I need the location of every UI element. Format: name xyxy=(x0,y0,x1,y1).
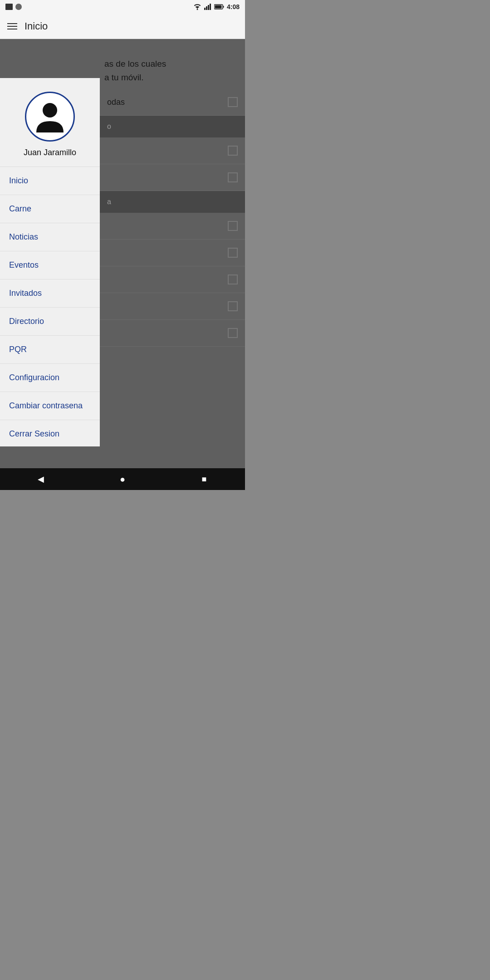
svg-rect-2 xyxy=(206,6,207,10)
nav-item-pqr[interactable]: PQR xyxy=(0,336,100,364)
hamburger-menu-icon[interactable] xyxy=(7,23,17,29)
home-button[interactable]: ● xyxy=(114,471,131,487)
nav-item-noticias[interactable]: Noticias xyxy=(0,223,100,251)
main-content: as de los cuales a tu móvil. odas o a xyxy=(0,39,245,468)
svg-rect-1 xyxy=(204,8,206,10)
navigation-drawer: Juan Jaramillo Inicio Carne Noticias Eve… xyxy=(0,78,100,446)
svg-rect-6 xyxy=(223,6,224,8)
nav-item-eventos[interactable]: Eventos xyxy=(0,251,100,279)
nav-item-configuracion[interactable]: Configuracion xyxy=(0,364,100,392)
svg-rect-7 xyxy=(215,5,221,9)
nav-item-cambiar-contrasena[interactable]: Cambiar contrasena xyxy=(0,392,100,420)
user-name: Juan Jaramillo xyxy=(24,148,76,157)
svg-point-8 xyxy=(43,103,57,118)
wifi-icon xyxy=(193,4,201,10)
back-button[interactable]: ◀ xyxy=(33,471,49,487)
status-icons-left xyxy=(5,4,22,10)
bottom-nav-bar: ◀ ● ■ xyxy=(0,468,245,490)
nav-item-invitados[interactable]: Invitados xyxy=(0,279,100,308)
toolbar: Inicio xyxy=(0,14,245,39)
user-silhouette-icon xyxy=(32,98,68,135)
circle-icon xyxy=(15,4,22,10)
svg-rect-4 xyxy=(210,4,211,10)
nav-item-directorio[interactable]: Directorio xyxy=(0,308,100,336)
recent-apps-button[interactable]: ■ xyxy=(196,471,212,487)
status-bar: 4:08 xyxy=(0,0,245,14)
status-icons-right: 4:08 xyxy=(193,3,240,10)
nav-item-carne[interactable]: Carne xyxy=(0,195,100,223)
battery-icon xyxy=(214,4,224,10)
avatar xyxy=(25,92,75,142)
nav-item-cerrar-sesion[interactable]: Cerrar Sesion xyxy=(0,420,100,446)
svg-point-0 xyxy=(196,9,198,10)
time-display: 4:08 xyxy=(227,3,240,10)
signal-icon xyxy=(204,4,211,10)
toolbar-title: Inicio xyxy=(24,20,48,32)
drawer-header: Juan Jaramillo xyxy=(0,78,100,167)
nav-item-inicio[interactable]: Inicio xyxy=(0,167,100,195)
svg-rect-3 xyxy=(208,5,209,10)
sim-card-icon xyxy=(5,4,13,10)
